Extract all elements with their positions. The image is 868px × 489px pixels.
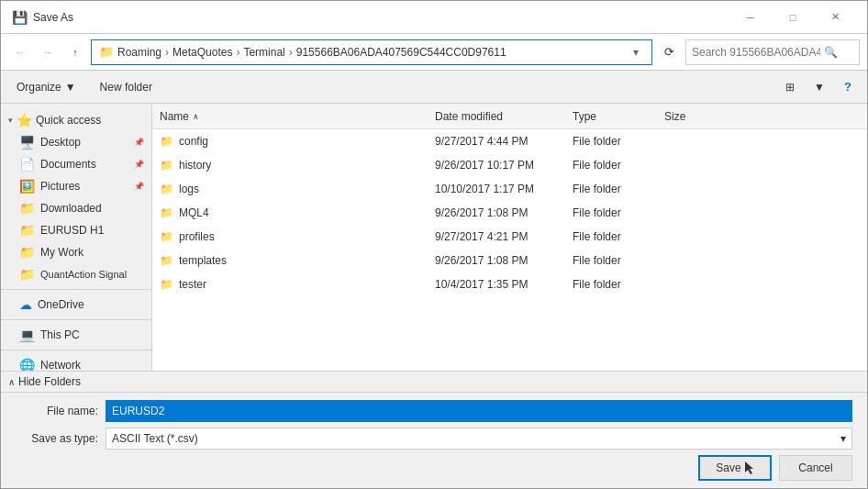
pin-icon-pictures: 📌 (134, 182, 144, 191)
sidebar-item-downloaded[interactable]: 📁 Downloaded (1, 197, 151, 219)
sidebar-item-quantaction[interactable]: 📁 QuantAction Signal (1, 263, 151, 285)
organize-arrow-icon: ▼ (65, 81, 76, 94)
hide-folders-row[interactable]: ∧ Hide Folders (1, 371, 867, 392)
save-as-dialog: 💾 Save As ─ □ ✕ ← → ↑ 📁 Roaming › MetaQu… (0, 0, 868, 489)
sidebar-divider-2 (1, 319, 151, 320)
view-grid-icon: ⊞ (785, 81, 795, 94)
new-folder-button[interactable]: New folder (92, 76, 161, 98)
sidebar-item-desktop[interactable]: 🖥️ Desktop 📌 (1, 131, 151, 153)
sidebar-item-pictures[interactable]: 🖼️ Pictures 📌 (1, 175, 151, 197)
quick-access-chevron-icon: ▾ (8, 116, 13, 125)
sidebar-divider-1 (1, 289, 151, 290)
header-type[interactable]: Type (573, 110, 664, 123)
up-button[interactable]: ↑ (63, 40, 87, 64)
address-bar-row: ← → ↑ 📁 Roaming › MetaQuotes › Terminal … (1, 34, 867, 71)
documents-icon: 📄 (19, 157, 35, 172)
cursor-icon (745, 461, 754, 474)
folder-icon-templates: 📁 (160, 254, 173, 267)
main-content: ▾ ⭐ Quick access 🖥️ Desktop 📌 📄 Document… (1, 104, 867, 371)
eurusd-icon: 📁 (19, 223, 35, 238)
table-row[interactable]: 📁 templates 9/26/2017 1:08 PM File folde… (152, 249, 867, 272)
folder-icon-tester: 📁 (160, 278, 173, 291)
maximize-button[interactable]: □ (772, 4, 814, 31)
bottom-area: File name: Save as type: ASCII Text (*.c… (1, 392, 867, 488)
quick-access-header[interactable]: ▾ ⭐ Quick access (1, 107, 151, 131)
breadcrumb-roaming[interactable]: Roaming (117, 46, 161, 59)
sidebar: ▾ ⭐ Quick access 🖥️ Desktop 📌 📄 Document… (1, 104, 152, 371)
sidebar-item-documents[interactable]: 📄 Documents 📌 (1, 153, 151, 175)
file-list: Name ∧ Date modified Type Size 📁 config (152, 104, 867, 371)
desktop-icon: 🖥️ (19, 135, 35, 150)
address-box[interactable]: 📁 Roaming › MetaQuotes › Terminal › 9155… (91, 39, 652, 65)
sidebar-divider-3 (1, 350, 151, 350)
folder-icon-mql4: 📁 (160, 206, 173, 219)
table-row[interactable]: 📁 profiles 9/27/2017 4:21 PM File folder (152, 225, 867, 249)
pictures-icon: 🖼️ (19, 179, 35, 194)
minimize-button[interactable]: ─ (729, 4, 772, 31)
help-button[interactable]: ? (836, 75, 860, 99)
header-name[interactable]: Name ∧ (160, 110, 435, 123)
select-dropdown-arrow-icon: ▾ (840, 432, 846, 445)
address-dropdown-arrow[interactable]: ▾ (628, 44, 644, 61)
bottom-buttons: Save Cancel (16, 455, 852, 481)
breadcrumb-terminal[interactable]: Terminal (243, 46, 284, 59)
cancel-button[interactable]: Cancel (779, 455, 852, 481)
sidebar-item-my-work[interactable]: 📁 My Work (1, 241, 151, 263)
forward-button[interactable]: → (36, 40, 60, 64)
organize-button[interactable]: Organize ▼ (8, 76, 84, 98)
network-icon: 🌐 (19, 358, 35, 371)
sidebar-item-eurusd[interactable]: 📁 EURUSD H1 (1, 219, 151, 241)
folder-icon-profiles: 📁 (160, 230, 173, 243)
sidebar-item-network[interactable]: 🌐 Network (1, 354, 151, 371)
breadcrumb-folder[interactable]: 915566BA06ADA407569C544CC0D97611 (296, 46, 506, 59)
pin-icon-documents: 📌 (134, 160, 144, 169)
file-name-label: File name: (16, 405, 98, 417)
save-as-type-select[interactable]: ASCII Text (*.csv) ▾ (106, 428, 852, 450)
header-size[interactable]: Size (664, 110, 738, 123)
search-box[interactable]: 🔍 (685, 39, 860, 65)
search-icon: 🔍 (824, 46, 838, 59)
sidebar-item-onedrive[interactable]: ☁ OneDrive (1, 294, 151, 316)
toolbar-right: ⊞ ▼ ? (777, 75, 860, 99)
file-name-input[interactable] (106, 400, 852, 422)
table-row[interactable]: 📁 config 9/27/2017 4:44 PM File folder (152, 129, 867, 153)
folder-icon-logs: 📁 (160, 183, 173, 195)
save-button[interactable]: Save (698, 455, 772, 481)
svg-marker-0 (745, 461, 753, 474)
title-bar: 💾 Save As ─ □ ✕ (1, 1, 867, 34)
toolbar: Organize ▼ New folder ⊞ ▼ ? (1, 71, 867, 104)
table-row[interactable]: 📁 logs 10/10/2017 1:17 PM File folder (152, 177, 867, 201)
breadcrumb: Roaming › MetaQuotes › Terminal › 915566… (117, 46, 506, 59)
back-button[interactable]: ← (8, 40, 32, 64)
dialog-title: Save As (33, 11, 729, 24)
sidebar-item-this-pc[interactable]: 💻 This PC (1, 324, 151, 346)
search-input[interactable] (692, 46, 820, 59)
window-controls: ─ □ ✕ (729, 4, 856, 31)
this-pc-icon: 💻 (19, 328, 35, 342)
downloaded-icon: 📁 (19, 201, 35, 216)
view-dropdown-button[interactable]: ▼ (807, 76, 832, 98)
hide-folders-label: Hide Folders (18, 375, 81, 388)
sort-arrow-icon: ∧ (193, 112, 199, 121)
folder-icon-history: 📁 (160, 159, 173, 172)
pin-icon-desktop: 📌 (134, 138, 144, 147)
table-row[interactable]: 📁 MQL4 9/26/2017 1:08 PM File folder (152, 201, 867, 225)
breadcrumb-metaquotes[interactable]: MetaQuotes (172, 46, 232, 59)
refresh-button[interactable]: ⟳ (656, 39, 682, 65)
my-work-icon: 📁 (19, 245, 35, 260)
quantaction-icon: 📁 (19, 267, 35, 282)
dialog-icon: 💾 (12, 10, 28, 25)
onedrive-icon: ☁ (19, 297, 32, 312)
folder-icon-config: 📁 (160, 135, 173, 148)
file-name-row: File name: (16, 400, 852, 422)
table-row[interactable]: 📁 history 9/26/2017 10:17 PM File folder (152, 153, 867, 177)
view-button[interactable]: ⊞ (777, 76, 803, 98)
view-dropdown-arrow-icon: ▼ (814, 81, 825, 94)
header-date-modified[interactable]: Date modified (435, 110, 573, 123)
save-as-type-row: Save as type: ASCII Text (*.csv) ▾ (16, 428, 852, 450)
close-button[interactable]: ✕ (814, 4, 856, 31)
save-as-type-label: Save as type: (16, 432, 98, 445)
table-row[interactable]: 📁 tester 10/4/2017 1:35 PM File folder (152, 272, 867, 296)
hide-folders-chevron-icon: ∧ (8, 377, 15, 387)
file-list-header: Name ∧ Date modified Type Size (152, 104, 867, 129)
